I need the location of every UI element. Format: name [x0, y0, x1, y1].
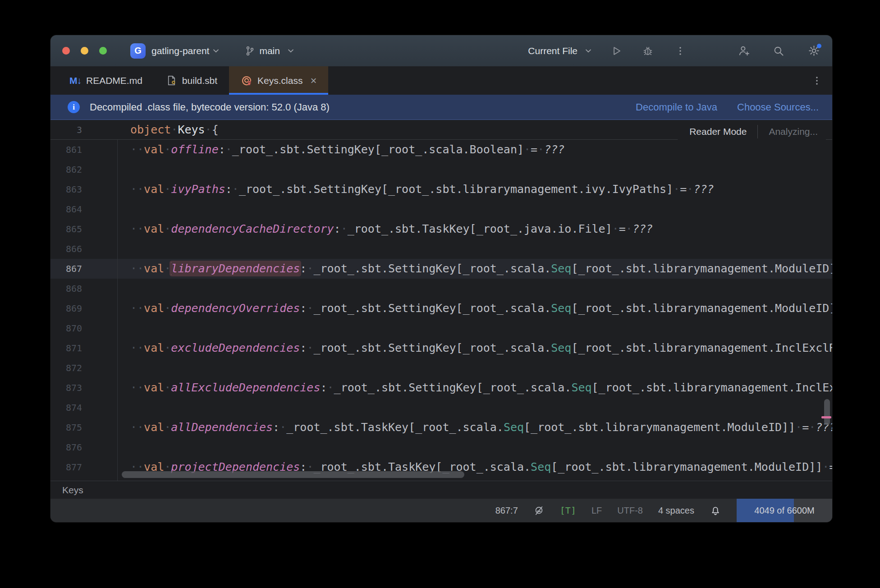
- markdown-icon: M↓: [69, 75, 81, 86]
- code-token: _root_.sbt.SettingKey[_root_.sbt.library…: [239, 183, 673, 196]
- line-number[interactable]: 870: [50, 323, 117, 334]
- line-number[interactable]: 872: [50, 363, 117, 373]
- choose-sources-link[interactable]: Choose Sources...: [737, 101, 819, 113]
- code-line-866[interactable]: 866: [50, 239, 832, 259]
- line-number[interactable]: 874: [50, 402, 117, 413]
- code-line-875[interactable]: 875··val·allDependencies:·_root_.sbt.Tas…: [50, 418, 832, 437]
- project-icon[interactable]: G: [130, 43, 146, 59]
- line-number[interactable]: 873: [50, 382, 117, 393]
- reader-mode-toggle[interactable]: Reader Mode: [689, 126, 747, 137]
- line-number[interactable]: 875: [50, 422, 117, 433]
- tab-keys-class[interactable]: Keys.class ×: [229, 66, 328, 95]
- more-actions-menu[interactable]: [674, 44, 687, 58]
- code-token: ··: [130, 302, 144, 315]
- close-window-button[interactable]: [62, 47, 70, 55]
- code-token: val: [144, 302, 164, 315]
- code-token: ·: [537, 143, 544, 156]
- minimize-window-button[interactable]: [81, 47, 88, 55]
- line-number[interactable]: 867: [50, 263, 117, 274]
- tab-options-menu[interactable]: [811, 66, 822, 95]
- code-line-871[interactable]: 871··val·excludeDependencies:·_root_.sbt…: [50, 338, 832, 358]
- editor-mode-widget: Reader Mode Analyzing...: [678, 120, 826, 143]
- line-number[interactable]: 863: [50, 184, 117, 195]
- code-token: ·: [612, 222, 619, 235]
- line-number[interactable]: 868: [50, 283, 117, 294]
- code-token: ··: [130, 421, 144, 434]
- indent-widget[interactable]: 4 spaces: [658, 505, 694, 516]
- line-number[interactable]: 3: [50, 124, 117, 135]
- text-mode-indicator[interactable]: [T]: [560, 505, 576, 516]
- decompile-to-java-link[interactable]: Decompile to Java: [636, 101, 717, 113]
- close-tab-icon[interactable]: ×: [310, 75, 316, 86]
- memory-text: 4049 of 6600M: [754, 505, 814, 516]
- line-number[interactable]: 866: [50, 243, 117, 254]
- code-token: Seq: [571, 381, 591, 394]
- code-token: [_root_.sbt.librarymanagement.InclExclRu…: [571, 341, 832, 354]
- line-number[interactable]: 865: [50, 224, 117, 234]
- tab-build-sbt[interactable]: build.sbt: [154, 66, 229, 95]
- code-line-876[interactable]: 876: [50, 437, 832, 457]
- code-token: =: [802, 421, 809, 434]
- code-line-865[interactable]: 865··val·dependencyCacheDirectory:·_root…: [50, 219, 832, 239]
- code-token: [_root_.sbt.librarymanagement.ModuleID]]: [571, 302, 832, 315]
- encoding-widget[interactable]: UTF-8: [617, 505, 643, 516]
- horizontal-scrollbar-thumb[interactable]: [122, 471, 464, 478]
- line-ending-widget[interactable]: LF: [591, 505, 602, 516]
- code-line-868[interactable]: 868: [50, 279, 832, 299]
- code-line-873[interactable]: 873··val·allExcludeDependencies:·_root_.…: [50, 378, 832, 398]
- code-token: [_root_.sbt.librarymanagement.InclExclRu…: [592, 381, 832, 394]
- settings-gear-icon[interactable]: [807, 44, 820, 58]
- code-line-872[interactable]: 872: [50, 358, 832, 378]
- code-line-863[interactable]: 863··val·ivyPaths:·_root_.sbt.SettingKey…: [50, 179, 832, 199]
- code-with-me-icon[interactable]: [737, 44, 750, 58]
- code-line-862[interactable]: 862: [50, 160, 832, 179]
- breadcrumb-bar: Keys: [50, 481, 832, 499]
- code-line-869[interactable]: 869··val·dependencyOverrides:·_root_.sbt…: [50, 299, 832, 318]
- vcs-branch-widget[interactable]: main: [244, 46, 294, 56]
- highlighting-level-icon[interactable]: [533, 505, 545, 516]
- code-line-874[interactable]: 874: [50, 398, 832, 418]
- code-token: ·: [164, 143, 171, 156]
- maximize-window-button[interactable]: [99, 47, 107, 55]
- caret-position-widget[interactable]: 867:7: [495, 505, 518, 516]
- settings-notification-dot: [817, 44, 821, 48]
- git-branch-icon: [244, 46, 255, 56]
- decompiled-class-icon: [241, 75, 252, 87]
- scrollbar-highlight-mark[interactable]: [821, 416, 831, 418]
- code-text: ··val·allExcludeDependencies:·_root_.sbt…: [117, 378, 832, 398]
- line-number[interactable]: 871: [50, 343, 117, 354]
- project-selector[interactable]: gatling-parent: [151, 46, 209, 56]
- tab-readme-md[interactable]: M↓ README.md: [58, 66, 154, 95]
- debug-button[interactable]: [641, 44, 655, 58]
- code-token: _root_.sbt.SettingKey[_root_.scala.Boole…: [232, 143, 524, 156]
- branch-name: main: [259, 46, 280, 56]
- code-token: Seq: [551, 262, 571, 275]
- code-line-870[interactable]: 870: [50, 318, 832, 338]
- run-button[interactable]: [610, 44, 623, 58]
- code-token: {: [212, 123, 219, 136]
- code-token: ·: [225, 143, 232, 156]
- code-token: :: [320, 381, 327, 394]
- code-token: Seq: [551, 341, 571, 354]
- code-token: ???: [632, 222, 653, 235]
- code-token: ·: [687, 183, 693, 196]
- line-number[interactable]: 877: [50, 462, 117, 473]
- code-line-864[interactable]: 864: [50, 199, 832, 219]
- code-editor[interactable]: 861··val·offline:·_root_.sbt.SettingKey[…: [50, 120, 832, 481]
- notifications-bell-icon[interactable]: [710, 505, 721, 516]
- code-line-867[interactable]: 867··val·libraryDependencies:·_root_.sbt…: [50, 259, 832, 279]
- code-token: =: [619, 222, 626, 235]
- code-text: ··val·allDependencies:·_root_.sbt.TaskKe…: [117, 418, 832, 437]
- memory-indicator[interactable]: 4049 of 6600M: [737, 499, 832, 522]
- line-number[interactable]: 861: [50, 144, 117, 155]
- code-token: ivyPaths: [171, 183, 225, 196]
- status-bar: 867:7 [T] LF UTF-8 4 spaces 4049 of 6600…: [50, 499, 832, 522]
- line-number[interactable]: 864: [50, 204, 117, 215]
- search-everywhere-icon[interactable]: [772, 44, 785, 58]
- line-number[interactable]: 876: [50, 442, 117, 453]
- line-number[interactable]: 869: [50, 303, 117, 314]
- breadcrumb[interactable]: Keys: [62, 485, 83, 496]
- line-number[interactable]: 862: [50, 164, 117, 175]
- vertical-scrollbar-thumb[interactable]: [824, 399, 830, 425]
- run-configuration-selector[interactable]: Current File: [528, 46, 591, 56]
